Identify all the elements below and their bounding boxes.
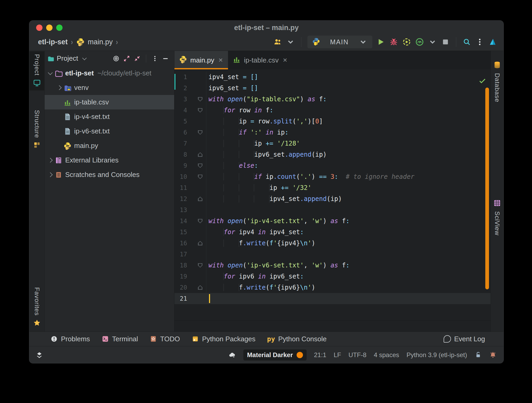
fold-marker-icon[interactable] (198, 164, 202, 168)
panel-options-button[interactable] (151, 55, 159, 63)
line-number[interactable]: 21 (174, 295, 187, 302)
line-number[interactable]: 12 (174, 195, 187, 202)
tool-window-tab-project[interactable]: Project (29, 51, 44, 90)
code-line-12[interactable]: 12 ipv4_set.append(ip) (174, 193, 491, 204)
tool-window-button-python-console[interactable]: pyPython Console (267, 335, 327, 343)
fold-marker-icon[interactable] (198, 108, 202, 113)
tool-window-tab-favorites[interactable]: Favorites (29, 285, 44, 330)
fold-marker-icon[interactable] (198, 152, 202, 157)
gutter-fold-area[interactable] (187, 182, 206, 193)
tree-item-ip-table-csv[interactable]: ip-table.csv (45, 95, 174, 109)
fold-marker-icon[interactable] (198, 219, 202, 223)
code-editor[interactable]: 1ipv4_set = []2ipv6_set = []3with open("… (174, 69, 491, 332)
expand-all-button[interactable] (123, 55, 131, 63)
caret-position[interactable]: 21:1 (314, 351, 326, 359)
fold-marker-icon[interactable] (198, 197, 202, 201)
file-encoding[interactable]: UTF-8 (349, 351, 367, 359)
chevron-down-icon[interactable] (428, 37, 437, 46)
gutter-fold-area[interactable] (187, 71, 206, 83)
close-tab-icon[interactable]: × (218, 56, 223, 64)
gutter-fold-area[interactable] (187, 83, 206, 94)
gutter-fold-area[interactable] (187, 193, 206, 204)
tool-window-button-python-packages[interactable]: Python Packages (192, 335, 255, 343)
chevron-right-icon[interactable] (57, 85, 61, 90)
tool-window-tab-database[interactable]: Database (491, 58, 504, 105)
line-number[interactable]: 3 (174, 96, 187, 103)
chevron-down-icon[interactable] (82, 56, 87, 60)
code-line-15[interactable]: 15 for ipv4 in ipv4_set: (174, 227, 491, 238)
indent-setting[interactable]: 4 spaces (374, 351, 399, 359)
tool-window-button-todo[interactable]: TODO (150, 335, 180, 343)
code-line-19[interactable]: 19 for ipv6 in ipv6_set: (174, 271, 491, 282)
theme-selector[interactable]: Material Darker (243, 349, 306, 361)
fold-marker-icon[interactable] (198, 285, 202, 290)
tree-item-external-libraries[interactable]: External Libraries (45, 153, 174, 167)
gutter-fold-area[interactable] (187, 293, 206, 304)
fold-marker-icon[interactable] (198, 130, 202, 135)
notifications-bell-icon[interactable] (489, 351, 497, 359)
search-everywhere-button[interactable] (462, 37, 471, 46)
run-with-coverage-button[interactable] (402, 37, 411, 46)
tool-window-button-event-log[interactable]: Event Log (444, 335, 485, 343)
code-line-4[interactable]: 4 for row in f: (174, 105, 491, 116)
line-number[interactable]: 17 (174, 251, 187, 258)
line-number[interactable]: 2 (174, 85, 187, 92)
fold-marker-icon[interactable] (198, 241, 202, 246)
line-separator[interactable]: LF (334, 351, 341, 359)
readonly-lock-icon[interactable] (474, 351, 482, 359)
line-number[interactable]: 6 (174, 129, 187, 136)
gutter-fold-area[interactable] (187, 282, 206, 293)
locate-file-button[interactable] (112, 55, 120, 63)
code-line-20[interactable]: 20 f.write(f'{ipv6}\n') (174, 282, 491, 293)
tree-item-main-py[interactable]: main.py (45, 138, 174, 153)
tool-window-tab-structure[interactable]: Structure (29, 107, 44, 153)
breadcrumb-file[interactable]: main.py (88, 38, 113, 46)
code-line-8[interactable]: 8 ipv6_set.append(ip) (174, 149, 491, 160)
project-panel-title[interactable]: Project (57, 54, 78, 63)
gutter-fold-area[interactable] (187, 94, 206, 105)
line-number[interactable]: 19 (174, 273, 187, 280)
fold-marker-icon[interactable] (198, 263, 202, 268)
run-button[interactable] (376, 37, 385, 46)
python-interpreter[interactable]: Python 3.9 (etl-ip-set) (407, 351, 467, 359)
line-number[interactable]: 4 (174, 107, 187, 114)
line-number[interactable]: 20 (174, 284, 187, 291)
code-line-21[interactable]: 21 (174, 293, 491, 304)
code-line-3[interactable]: 3with open("ip-table.csv") as f: (174, 94, 491, 105)
gutter-fold-area[interactable] (187, 138, 206, 149)
code-line-2[interactable]: 2ipv6_set = [] (174, 83, 491, 94)
chevron-down-icon[interactable] (48, 70, 53, 75)
code-line-5[interactable]: 5 ip = row.split(',')[0] (174, 116, 491, 127)
line-number[interactable]: 5 (174, 118, 187, 125)
gutter-fold-area[interactable] (187, 215, 206, 227)
code-with-me-icon[interactable] (273, 37, 282, 46)
code-line-16[interactable]: 16 f.write(f'{ipv4}\n') (174, 238, 491, 249)
gutter-fold-area[interactable] (187, 227, 206, 238)
tree-item-venv[interactable]: venv (45, 80, 174, 95)
line-number[interactable]: 15 (174, 229, 187, 236)
close-tab-icon[interactable]: × (283, 56, 287, 64)
profiler-button[interactable] (415, 37, 424, 46)
gutter-fold-area[interactable] (187, 171, 206, 182)
editor-tab-main-py[interactable]: main.py× (174, 51, 228, 69)
line-number[interactable]: 13 (174, 207, 187, 213)
code-line-13[interactable]: 13 (174, 204, 491, 215)
code-line-18[interactable]: 18with open('ip-v6-set.txt', 'w') as f: (174, 260, 491, 271)
line-number[interactable]: 16 (174, 240, 187, 247)
hide-panel-button[interactable] (162, 55, 169, 63)
debug-button[interactable] (389, 37, 398, 46)
code-line-7[interactable]: 7 ip += '/128' (174, 138, 491, 149)
editor-tab-ip-table-csv[interactable]: ip-table.csv× (228, 51, 292, 69)
stop-button[interactable] (441, 37, 450, 46)
tree-item-etl-ip-set[interactable]: etl-ip-set~/cloudy/etl-ip-set (45, 66, 174, 80)
tree-item-ip-v4-set-txt[interactable]: ip-v4-set.txt (45, 109, 174, 124)
chevron-right-icon[interactable] (48, 172, 53, 177)
line-number[interactable]: 1 (174, 74, 187, 80)
tool-window-button-terminal[interactable]: Terminal (102, 335, 138, 343)
code-line-11[interactable]: 11 ip += '/32' (174, 182, 491, 193)
gutter-fold-area[interactable] (187, 127, 206, 138)
gutter-fold-area[interactable] (187, 238, 206, 249)
line-number[interactable]: 9 (174, 162, 187, 169)
code-line-17[interactable]: 17 (174, 249, 491, 260)
tool-window-button-problems[interactable]: Problems (50, 335, 90, 343)
